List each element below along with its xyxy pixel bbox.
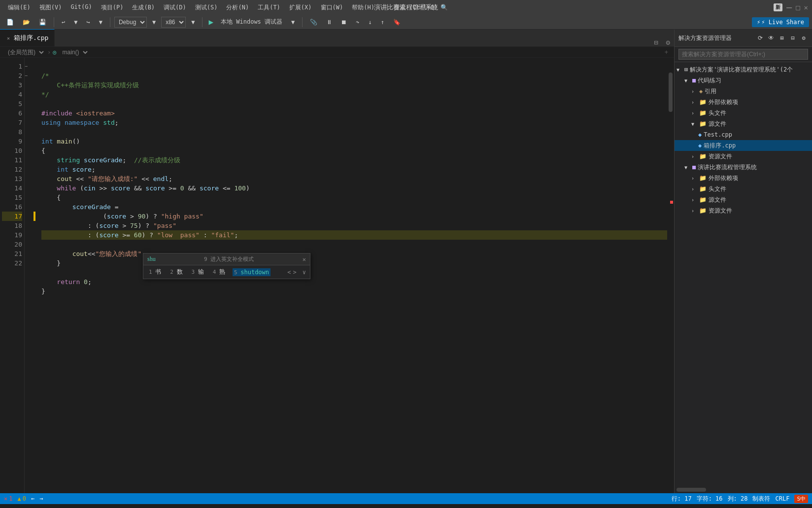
- se-folder-headers-2[interactable]: › 📁 头文件: [675, 183, 812, 194]
- status-right: 行: 17 字符: 16 列: 28 制表符 CRLF S中: [672, 495, 808, 503]
- se-folder-resources-1[interactable]: › 📁 资源文件: [675, 151, 812, 162]
- se-filter-icon[interactable]: ⊞: [778, 34, 786, 42]
- save-button[interactable]: 💾: [35, 17, 50, 27]
- config-select[interactable]: Debug: [114, 17, 147, 28]
- code-content[interactable]: /* C++条件运算符实现成绩分级 */ #include <iostream>…: [34, 58, 674, 493]
- ac-prev-arrow[interactable]: <: [287, 269, 291, 276]
- ext2-expand-icon: ›: [691, 176, 697, 181]
- se-scrollbar[interactable]: [675, 486, 812, 493]
- config-dropdown[interactable]: ▼: [149, 17, 159, 27]
- se-solution-root[interactable]: ▼ ⊞ 解决方案'演讲比赛流程管理系统'(2个: [675, 64, 812, 75]
- se-file-test-cpp[interactable]: ◆ Test.cpp: [675, 129, 812, 140]
- candidate-3[interactable]: 3 输: [190, 267, 205, 277]
- live-share-button[interactable]: ⚡ ⚡ Live Share: [752, 17, 809, 27]
- candidate-1[interactable]: 1 书: [147, 267, 163, 277]
- breadcrumb-icon: ◎: [53, 49, 56, 56]
- menu-extensions[interactable]: 扩展(X): [285, 2, 316, 13]
- candidate-2[interactable]: 2 数: [169, 267, 184, 277]
- editor-tab-cpp[interactable]: ✕ 箱排序.cpp: [0, 29, 55, 46]
- code-editor[interactable]: 1 2 3 4 5 6 7 8 9 10 11 12 13 14 15 16 1…: [0, 58, 674, 493]
- arch-dropdown[interactable]: ▼: [188, 17, 198, 27]
- se-file-main-cpp[interactable]: ◆ 箱排序.cpp: [675, 140, 812, 151]
- vertical-scrollbar[interactable]: [667, 58, 674, 493]
- se-folder-resources-2[interactable]: › 📁 资源文件: [675, 205, 812, 216]
- collapse-icons: − −: [25, 58, 34, 493]
- close-button[interactable]: ✕: [804, 3, 808, 11]
- arch-select[interactable]: x86: [161, 17, 186, 28]
- menu-project[interactable]: 项目(P): [97, 2, 128, 13]
- stop-button[interactable]: ⏹: [338, 17, 350, 27]
- ext2-label: 外部依赖项: [709, 174, 738, 182]
- se-folder-sources-2[interactable]: › 📁 源文件: [675, 194, 812, 205]
- editor-split-icon[interactable]: ⊟: [650, 38, 662, 46]
- se-folder-sources-1[interactable]: ▼ 📁 源文件: [675, 118, 812, 129]
- title-bar: 编辑(E) 视图(V) Git(G) 项目(P) 生成(B) 调试(D) 测试(…: [0, 0, 812, 15]
- collapse-icon-1[interactable]: −: [25, 62, 34, 71]
- se-folder-headers-1[interactable]: › 📁 头文件: [675, 108, 812, 118]
- menu-view[interactable]: 视图(V): [35, 2, 66, 13]
- se-folder-external-deps-1[interactable]: › 📁 外部依赖项: [675, 97, 812, 108]
- ref-expand-icon: ›: [691, 89, 697, 94]
- pause-button[interactable]: ⏸: [323, 17, 336, 27]
- se-sync-icon[interactable]: ⟳: [756, 34, 765, 42]
- redo-dropdown[interactable]: ▼: [96, 17, 106, 27]
- speech-expand-icon: ▼: [684, 165, 690, 170]
- tab-close-icon[interactable]: ✕: [6, 35, 11, 41]
- breadcrumb-scope-select[interactable]: (全局范围): [4, 48, 45, 56]
- nav-fwd-button[interactable]: →: [39, 495, 43, 502]
- se-search-input[interactable]: [678, 49, 808, 60]
- run-target-dropdown[interactable]: ▼: [288, 17, 298, 27]
- step-out-button[interactable]: ↑: [377, 17, 388, 27]
- candidate-4[interactable]: 4 熟: [211, 267, 227, 277]
- breadcrumb-add-icon[interactable]: +: [663, 49, 670, 56]
- menu-window[interactable]: 窗口(W): [317, 2, 347, 13]
- menu-tools[interactable]: 工具(T): [254, 2, 284, 13]
- line-ending-label[interactable]: CRLF: [775, 495, 789, 502]
- menu-debug[interactable]: 调试(D): [160, 2, 190, 13]
- menu-git[interactable]: Git(G): [67, 2, 96, 13]
- maximize-button[interactable]: □: [796, 3, 800, 11]
- breadcrumb-func-select[interactable]: main(): [58, 48, 89, 56]
- error-count[interactable]: ✕ 1: [4, 495, 12, 502]
- src-icon: 📁: [699, 120, 707, 127]
- ac-expand-icon[interactable]: ∨: [303, 269, 306, 276]
- ref-icon: ◈: [699, 88, 703, 95]
- nav-back-button[interactable]: ←: [31, 495, 34, 502]
- candidate-5-shutdown[interactable]: 5 shutdown: [233, 268, 271, 276]
- run-target-label[interactable]: 本地 Windows 调试器: [217, 16, 286, 28]
- collapse-icon-main[interactable]: −: [25, 71, 34, 80]
- search-icon[interactable]: 🔍: [440, 4, 448, 11]
- se-folder-external-deps-2[interactable]: › 📁 外部依赖项: [675, 173, 812, 183]
- scrollbar-thumb[interactable]: [669, 73, 673, 112]
- editor-settings-icon[interactable]: ⚙: [662, 38, 674, 46]
- minimize-button[interactable]: ─: [786, 2, 792, 13]
- step-in-button[interactable]: ↓: [365, 17, 375, 27]
- menu-build[interactable]: 生成(B): [128, 2, 159, 13]
- redo-button[interactable]: ↪: [83, 17, 93, 27]
- bookmark-button[interactable]: 🔖: [390, 17, 404, 27]
- run-button[interactable]: ▶: [206, 17, 215, 27]
- ext-label: 外部依赖项: [709, 98, 738, 107]
- status-bar: ✕ 1 ▲ 0 ← → 行: 17 字符: 16 列: 28 制表符 CRLF …: [0, 493, 812, 504]
- undo-dropdown[interactable]: ▼: [70, 17, 81, 27]
- encoding-label[interactable]: 制表符: [752, 495, 770, 503]
- autocomplete-close-icon[interactable]: ✕: [303, 256, 306, 263]
- open-button[interactable]: 📂: [19, 17, 34, 27]
- new-file-button[interactable]: 📄: [3, 17, 17, 27]
- menu-analyze[interactable]: 分析(N): [222, 2, 253, 13]
- menu-edit[interactable]: 编辑(E): [4, 2, 34, 13]
- se-scroll-thumb[interactable]: [677, 488, 706, 492]
- se-show-all-icon[interactable]: 👁: [767, 34, 776, 42]
- menu-test[interactable]: 测试(S): [191, 2, 222, 13]
- solution-explorer: 解决方案资源管理器 ⟳ 👁 ⊞ ⊟ ⚙ ▼ ⊞ 解决方案'演讲比赛流程管理系统'…: [674, 30, 812, 493]
- undo-button[interactable]: ↩: [58, 17, 68, 27]
- se-folder-references[interactable]: › ◈ 引用: [675, 86, 812, 97]
- se-property-icon[interactable]: ⚙: [799, 34, 808, 42]
- se-collapse-all-icon[interactable]: ⊟: [788, 34, 797, 42]
- se-project-speech[interactable]: ▼ ■ 演讲比赛流程管理系统: [675, 162, 812, 173]
- step-over-button[interactable]: ↷: [352, 17, 363, 27]
- attach-button[interactable]: 📎: [306, 17, 321, 27]
- ac-next-arrow[interactable]: >: [293, 269, 297, 276]
- warning-count[interactable]: ▲ 0: [17, 495, 26, 502]
- se-project-code-practice[interactable]: ▼ ■ 代码练习: [675, 75, 812, 86]
